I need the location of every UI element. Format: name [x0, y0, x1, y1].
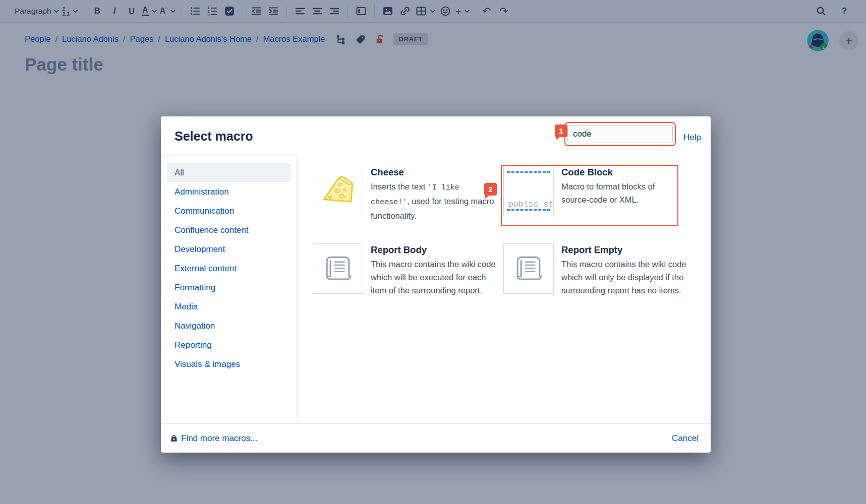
category-item-external-content[interactable]: External content [167, 259, 291, 278]
category-item-navigation[interactable]: Navigation [167, 317, 291, 335]
category-item-administration[interactable]: Administration [167, 182, 291, 201]
category-item-media[interactable]: Media [167, 297, 291, 316]
macro-title: Report Body [371, 244, 499, 256]
macro-item-cheese[interactable]: Cheese Inserts the text 'I like cheese!'… [313, 166, 503, 222]
scroll-icon [318, 249, 358, 288]
cheese-thumbnail [313, 166, 363, 216]
marketplace-bag-icon [170, 434, 178, 443]
annotation-badge-1: 1 [555, 124, 567, 137]
scroll-icon [509, 249, 548, 288]
macro-description: Macro to format blocks of source-code or… [561, 180, 678, 206]
category-item-development[interactable]: Development [167, 240, 291, 259]
select-macro-dialog: Select macro 1 Help All Administration C… [161, 116, 711, 453]
macro-item-report-empty[interactable]: Report Empty This macro contains the wik… [503, 243, 694, 296]
macro-text: Report Empty This macro contains the wik… [561, 243, 690, 296]
macro-text: Report Body This macro contains the wiki… [371, 243, 499, 296]
macro-text: Cheese Inserts the text 'I like cheese!'… [371, 166, 499, 222]
find-more-macros-link[interactable]: Find more macros... [170, 433, 257, 444]
category-item-confluence-content[interactable]: Confluence content [167, 221, 291, 239]
category-item-communication[interactable]: Communication [167, 202, 291, 220]
help-link[interactable]: Help [683, 129, 701, 147]
code-snippet-preview: public st System. [504, 173, 553, 209]
category-item-all[interactable]: All [167, 163, 291, 182]
report-empty-thumbnail [503, 243, 554, 294]
category-item-formatting[interactable]: Formatting [167, 278, 291, 297]
macro-grid: Cheese Inserts the text 'I like cheese!'… [313, 166, 711, 296]
macro-description: Inserts the text 'I like cheese!', used … [371, 180, 499, 222]
confluence-editor-page: Paragraph 1 1.1 B I U A A° 123 [0, 0, 866, 504]
dialog-footer: Find more macros... Cancel [161, 423, 711, 453]
cheese-icon [319, 172, 357, 210]
macro-description: This macro contains the wiki code which … [371, 258, 499, 296]
macro-list-viewport: Cheese Inserts the text 'I like cheese!'… [313, 166, 711, 296]
macro-title: Report Empty [561, 244, 690, 256]
macro-search-input[interactable] [567, 125, 673, 143]
category-sidebar: All Administration Communication Conflue… [161, 155, 298, 423]
macro-title: Code Block [561, 167, 678, 178]
report-body-thumbnail [313, 243, 363, 294]
macro-item-code-block[interactable]: public st System. Code Block Macro to fo… [503, 166, 694, 222]
cancel-button[interactable]: Cancel [672, 433, 699, 444]
annotation-ring-search [564, 122, 676, 146]
dialog-title: Select macro [175, 129, 253, 144]
dashed-line [507, 209, 550, 211]
macro-description: This macro contains the wiki code which … [561, 258, 690, 296]
macro-list-panel: Cheese Inserts the text 'I like cheese!'… [298, 155, 711, 423]
code-block-thumbnail: public st System. [503, 166, 554, 216]
dialog-body: All Administration Communication Conflue… [161, 155, 711, 423]
macro-item-report-body[interactable]: Report Body This macro contains the wiki… [313, 243, 503, 296]
macro-text: Code Block Macro to format blocks of sou… [561, 166, 678, 222]
category-item-visuals-images[interactable]: Visuals & images [167, 355, 291, 373]
dialog-header: Select macro 1 Help [161, 116, 711, 155]
annotation-badge-2: 2 [484, 183, 497, 196]
category-item-reporting[interactable]: Reporting [167, 336, 291, 354]
macro-title: Cheese [371, 167, 499, 178]
